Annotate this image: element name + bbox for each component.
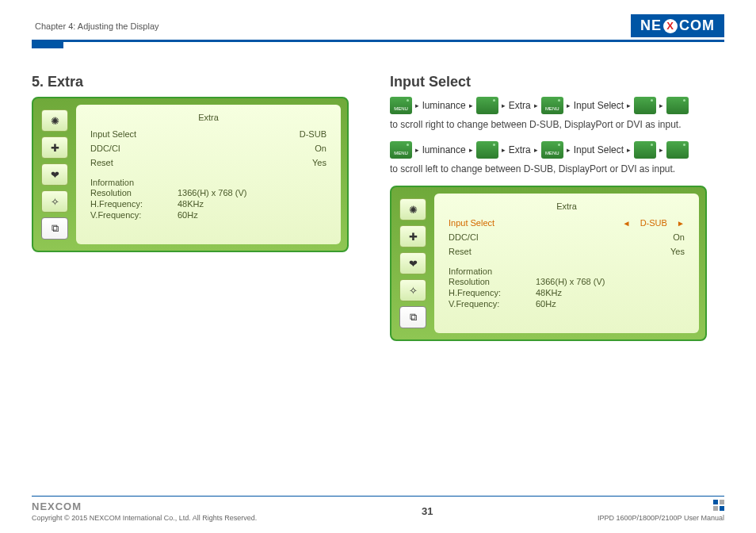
chevron-right-icon: ▸ [627,146,631,154]
osd-info-key: H.Frequency: [90,199,162,209]
osd-info-key: V.Frequency: [90,210,162,220]
nav-breadcrumb-right: MENU ▸ luminance ▸ . ▸ Extra ▸ MENU ▸ In… [390,97,724,114]
crumb-extra: Extra [509,100,531,111]
logo-part-x: X [663,19,678,33]
crumb-input-select: Input Select [574,100,624,111]
osd-row-reset[interactable]: Reset Yes [90,155,326,170]
osd-info-label: Information [449,266,685,276]
footer-dot-icon [720,500,724,504]
osd-info-key: H.Frequency: [449,288,520,297]
right-button-icon[interactable]: . [666,97,689,114]
footer-right: IPPD 1600P/1800P/2100P User Manual [598,500,724,522]
nav-breadcrumb-left: MENU ▸ luminance ▸ . ▸ Extra ▸ MENU ▸ In… [390,141,724,159]
osd-info-value: 48KHz [178,199,204,209]
arrow-left-icon[interactable]: ◄ [622,219,630,228]
osd-body: Extra Input Select ◄ D-SUB ► DDC/CI [434,194,699,333]
osd-info-value: 1366(H) x 768 (V) [178,188,246,197]
osd-info-value: 60Hz [536,299,556,309]
osd-row-ddcci[interactable]: DDC/CI On [90,141,326,155]
crumb-input-select: Input Select [574,144,624,155]
osd-row-value: D-SUB [300,129,326,139]
osd-row-input-select[interactable]: Input Select D-SUB [90,127,326,141]
left-button-icon[interactable]: . [666,141,689,159]
osd-icon-color-temp[interactable]: ❤ [399,252,426,274]
osd-icon-osd-setup[interactable]: ✧ [41,190,68,213]
page-footer: NEXCOM Copyright © 2015 NEXCOM Internati… [32,496,724,522]
footer-dot-icon [713,500,718,504]
right-button-icon[interactable]: . [476,141,498,159]
osd-row-label: DDC/CI [90,144,120,153]
chevron-right-icon: ▸ [659,102,663,109]
right-button-icon[interactable]: . [476,97,498,114]
chevron-right-icon: ▸ [469,102,473,109]
chevron-right-icon: ▸ [469,146,473,154]
osd-icon-luminance[interactable]: ✺ [41,109,68,132]
footer-manual: IPPD 1600P/1800P/2100P User Manual [598,514,724,522]
menu-button-icon[interactable]: MENU [390,97,412,114]
osd-row-label: Input Select [90,129,136,139]
osd-info-label: Information [90,178,326,187]
osd-icon-luminance[interactable]: ✺ [399,198,426,220]
osd-row-value: D-SUB [640,218,667,228]
osd-icon-strip: ✺ ✚ ❤ ✧ ⧉ [398,194,428,333]
page-header: Chapter 4: Adjusting the Display NE X CO… [32,14,724,42]
chevron-right-icon: ▸ [567,146,571,154]
crumb-luminance: luminance [422,144,466,155]
osd-icon-extra[interactable]: ⧉ [41,217,68,240]
chevron-right-icon: ▸ [659,146,663,154]
osd-row-value: On [315,144,326,153]
osd-row-label: Reset [90,158,113,167]
osd-row-ddcci[interactable]: DDC/CI On [449,230,685,244]
footer-dot-icon [713,506,718,511]
osd-icon-image-setup[interactable]: ✚ [399,225,426,247]
desc-scroll-right: to scroll right to change between D-SUB,… [390,119,724,130]
logo-part-b: COM [679,17,715,34]
menu-button-icon[interactable]: MENU [390,141,412,159]
section-title-input-select: Input Select [390,74,724,90]
osd-info-key: Resolution [449,277,520,286]
osd-body: Extra Input Select D-SUB DDC/CI On Reset… [76,105,341,244]
chapter-label: Chapter 4: Adjusting the Display [32,21,159,31]
section-title-extra: 5. Extra [32,74,366,90]
osd-icon-strip: ✺ ✚ ❤ ✧ ⧉ [40,105,70,244]
osd-row-input-select-active[interactable]: Input Select ◄ D-SUB ► [449,216,685,230]
osd-row-reset[interactable]: Reset Yes [449,244,685,259]
page-number: 31 [422,505,433,517]
left-button-icon[interactable]: . [634,141,656,159]
crumb-extra: Extra [509,144,531,155]
chevron-right-icon: ▸ [502,102,506,109]
osd-icon-color-temp[interactable]: ❤ [41,163,68,186]
logo-part-a: NE [640,17,662,34]
osd-icon-extra[interactable]: ⧉ [399,306,426,328]
chevron-right-icon: ▸ [415,146,419,154]
osd-info-value: 60Hz [178,210,198,220]
osd-title: Extra [90,113,326,122]
chevron-right-icon: ▸ [567,102,571,109]
osd-panel-input-select: ✺ ✚ ❤ ✧ ⧉ Extra Input Select ◄ D-SUB [390,186,707,341]
right-button-icon[interactable]: . [634,97,656,114]
menu-button-icon[interactable]: MENU [541,97,563,114]
desc-scroll-left: to scroll left to change between D-SUB, … [390,163,724,174]
header-accent [32,42,63,48]
right-column: Input Select MENU ▸ luminance ▸ . ▸ Extr… [390,74,724,341]
nexcom-logo: NE X COM [631,14,724,37]
osd-icon-osd-setup[interactable]: ✧ [399,279,426,301]
osd-row-value: Yes [670,247,685,256]
crumb-luminance: luminance [422,100,466,111]
osd-row-label: Input Select [449,218,494,228]
arrow-right-icon[interactable]: ► [677,219,685,228]
footer-left: NEXCOM Copyright © 2015 NEXCOM Internati… [32,500,257,522]
osd-info-key: V.Frequency: [449,299,520,309]
chevron-right-icon: ▸ [502,146,506,154]
osd-icon-image-setup[interactable]: ✚ [41,136,68,159]
osd-info-block: Information Resolution1366(H) x 768 (V) … [449,266,685,309]
chevron-right-icon: ▸ [534,102,538,109]
osd-info-value: 1366(H) x 768 (V) [536,277,605,286]
osd-info-value: 48KHz [536,288,562,297]
footer-logo: NEXCOM [32,500,257,512]
osd-row-value: On [673,232,685,242]
osd-title: Extra [449,201,685,211]
chevron-right-icon: ▸ [534,146,538,154]
chevron-right-icon: ▸ [627,102,631,109]
menu-button-icon[interactable]: MENU [541,141,563,159]
